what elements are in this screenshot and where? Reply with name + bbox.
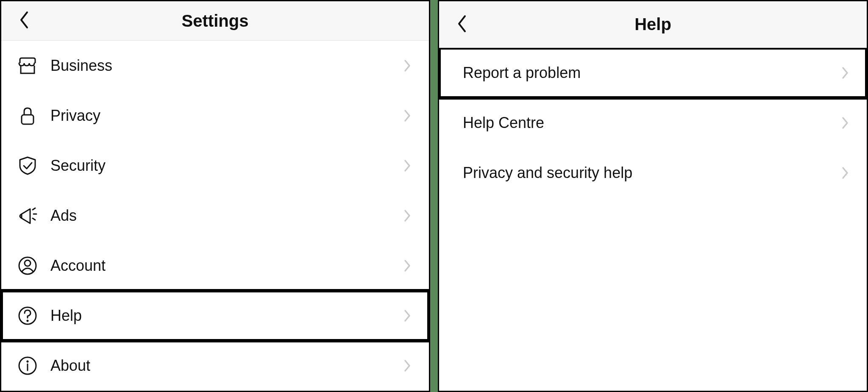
chevron-right-icon bbox=[401, 209, 414, 222]
page-title: Help bbox=[439, 15, 867, 34]
settings-item-label: Account bbox=[50, 257, 401, 275]
settings-item-privacy[interactable]: Privacy bbox=[1, 91, 429, 141]
settings-item-label: Business bbox=[50, 57, 401, 75]
help-item-label: Report a problem bbox=[463, 64, 839, 82]
back-button[interactable] bbox=[451, 14, 473, 36]
settings-item-label: Help bbox=[50, 307, 401, 325]
chevron-right-icon bbox=[839, 67, 851, 79]
settings-item-business[interactable]: Business bbox=[1, 41, 429, 91]
help-icon bbox=[17, 305, 39, 327]
help-list: Report a problemHelp CentrePrivacy and s… bbox=[439, 48, 867, 391]
chevron-right-icon bbox=[839, 167, 851, 179]
settings-item-about[interactable]: About bbox=[1, 341, 429, 391]
about-icon bbox=[17, 355, 39, 377]
settings-pane: Settings BusinessPrivacySecurityAdsAccou… bbox=[0, 0, 430, 392]
settings-item-ads[interactable]: Ads bbox=[1, 191, 429, 241]
help-item-help-centre[interactable]: Help Centre bbox=[439, 98, 867, 148]
account-icon bbox=[17, 255, 39, 277]
back-button[interactable] bbox=[13, 10, 35, 32]
settings-item-security[interactable]: Security bbox=[1, 141, 429, 191]
page-title: Settings bbox=[1, 11, 429, 31]
settings-item-label: Ads bbox=[50, 207, 401, 225]
business-icon bbox=[17, 55, 39, 77]
help-item-label: Privacy and security help bbox=[463, 164, 839, 182]
chevron-right-icon bbox=[401, 309, 414, 322]
settings-item-label: Security bbox=[50, 157, 401, 175]
settings-header: Settings bbox=[1, 1, 429, 41]
settings-list: BusinessPrivacySecurityAdsAccountHelpAbo… bbox=[1, 41, 429, 391]
help-item-privacy-and-security-help[interactable]: Privacy and security help bbox=[439, 148, 867, 198]
settings-item-label: Privacy bbox=[50, 107, 401, 125]
settings-item-account[interactable]: Account bbox=[1, 241, 429, 291]
chevron-right-icon bbox=[401, 159, 414, 172]
chevron-right-icon bbox=[401, 259, 414, 272]
help-item-report-a-problem[interactable]: Report a problem bbox=[439, 48, 867, 98]
settings-item-help[interactable]: Help bbox=[1, 291, 429, 341]
back-icon bbox=[456, 14, 468, 35]
help-pane: Help Report a problemHelp CentrePrivacy … bbox=[438, 0, 868, 392]
help-item-label: Help Centre bbox=[463, 114, 839, 132]
settings-item-label: About bbox=[50, 357, 401, 375]
back-icon bbox=[18, 11, 30, 31]
privacy-icon bbox=[17, 105, 39, 127]
chevron-right-icon bbox=[401, 109, 414, 122]
chevron-right-icon bbox=[401, 59, 414, 72]
security-icon bbox=[17, 155, 39, 177]
chevron-right-icon bbox=[401, 359, 414, 372]
ads-icon bbox=[17, 205, 39, 227]
help-header: Help bbox=[439, 1, 867, 48]
chevron-right-icon bbox=[839, 117, 851, 129]
